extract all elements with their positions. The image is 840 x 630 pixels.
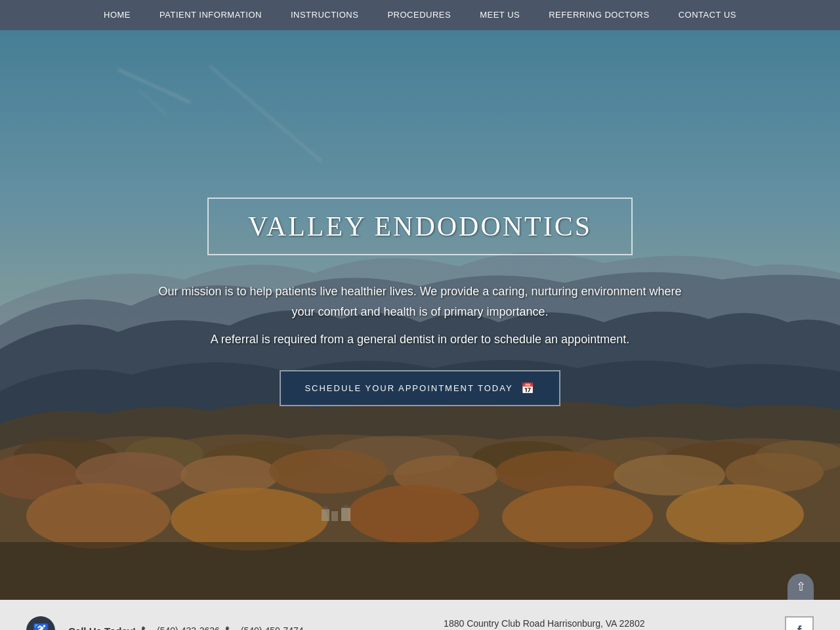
phone-icon-2: 📞 bbox=[225, 626, 236, 631]
call-today-label: Call Us Today! bbox=[68, 625, 136, 631]
hero-content: VALLEY ENDODONTICS Our mission is to hel… bbox=[125, 198, 715, 406]
footer-right: f bbox=[785, 616, 814, 630]
hero-mission-text: Our mission is to help patients live hea… bbox=[151, 282, 689, 322]
footer-address: 1880 Country Club Road Harrisonburg, VA … bbox=[436, 616, 652, 630]
calendar-icon: 📅 bbox=[521, 382, 536, 394]
hero-title-box: VALLEY ENDODONTICS bbox=[207, 198, 633, 255]
nav-patient-information[interactable]: PATIENT INFORMATION bbox=[145, 0, 276, 30]
phone-number-1[interactable]: (540) 433-3636 bbox=[157, 625, 220, 630]
footer-left: ♿ Call Us Today! 📞 (540) 433-3636 📞 (540… bbox=[26, 616, 304, 630]
nav-contact-us[interactable]: CONTACT US bbox=[664, 0, 751, 30]
facebook-icon: f bbox=[797, 623, 802, 631]
facebook-button[interactable]: f bbox=[785, 616, 814, 630]
call-info: Call Us Today! 📞 (540) 433-3636 📞 (540) … bbox=[68, 625, 304, 631]
nav-home[interactable]: HOME bbox=[89, 0, 145, 30]
nav-meet-us[interactable]: MEET US bbox=[465, 0, 534, 30]
phone-icon-1: 📞 bbox=[141, 626, 152, 631]
schedule-btn-label: SCHEDULE YOUR APPOINTMENT TODAY bbox=[304, 383, 513, 393]
scroll-top-button[interactable]: ⇧ bbox=[788, 574, 814, 600]
hero-section: VALLEY ENDODONTICS Our mission is to hel… bbox=[0, 30, 840, 600]
address-line-1: 1880 Country Club Road Harrisonburg, VA … bbox=[436, 616, 652, 630]
nav-procedures[interactable]: PROCEDURES bbox=[373, 0, 465, 30]
accessibility-icon: ♿ bbox=[33, 623, 49, 630]
phone-number-2[interactable]: (540) 459-7474 bbox=[241, 625, 304, 630]
accessibility-button[interactable]: ♿ bbox=[26, 616, 55, 630]
nav-referring-doctors[interactable]: REFERRING DOCTORS bbox=[534, 0, 663, 30]
hero-title: VALLEY ENDODONTICS bbox=[248, 211, 592, 242]
main-navigation: HOME PATIENT INFORMATION INSTRUCTIONS PR… bbox=[0, 0, 840, 30]
schedule-appointment-button[interactable]: SCHEDULE YOUR APPOINTMENT TODAY 📅 bbox=[280, 370, 560, 406]
nav-instructions[interactable]: INSTRUCTIONS bbox=[276, 0, 373, 30]
hero-referral-text: A referral is required from a general de… bbox=[151, 333, 689, 346]
footer: ♿ Call Us Today! 📞 (540) 433-3636 📞 (540… bbox=[0, 600, 840, 630]
